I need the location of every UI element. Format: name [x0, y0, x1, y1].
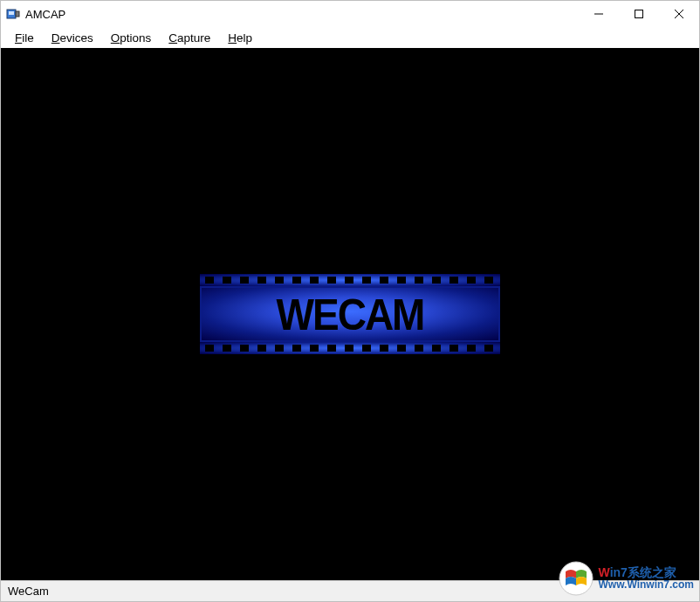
svg-rect-2: [16, 11, 19, 17]
svg-rect-42: [484, 345, 493, 352]
svg-rect-23: [467, 277, 476, 284]
svg-rect-34: [345, 345, 353, 352]
menubar: File Devices Options Capture Help: [1, 27, 699, 48]
svg-rect-8: [205, 277, 214, 284]
svg-rect-10: [240, 277, 249, 284]
svg-rect-18: [380, 277, 388, 284]
svg-rect-38: [415, 345, 423, 352]
svg-rect-30: [275, 345, 284, 352]
svg-rect-24: [484, 277, 493, 284]
svg-rect-36: [380, 345, 388, 352]
svg-rect-12: [275, 277, 284, 284]
menu-capture[interactable]: Capture: [160, 30, 219, 46]
app-window: AMCAP File Devices Options Capture Help: [0, 0, 700, 602]
video-preview: WECAM: [1, 48, 699, 580]
svg-rect-14: [310, 277, 319, 284]
window-title: AMCAP: [25, 8, 65, 21]
svg-rect-22: [450, 277, 458, 284]
svg-rect-21: [432, 277, 441, 284]
maximize-button[interactable]: [619, 1, 659, 27]
svg-rect-4: [635, 10, 643, 18]
svg-rect-28: [240, 345, 249, 352]
app-icon: [6, 7, 20, 21]
close-button[interactable]: [659, 1, 699, 27]
svg-rect-35: [362, 345, 371, 352]
svg-rect-17: [362, 277, 371, 284]
svg-rect-29: [257, 345, 266, 352]
svg-rect-16: [345, 277, 353, 284]
svg-rect-11: [257, 277, 266, 284]
minimize-button[interactable]: [579, 1, 619, 27]
statusbar: WeCam: [1, 580, 699, 601]
titlebar: AMCAP: [1, 1, 699, 27]
status-text: WeCam: [8, 585, 49, 598]
svg-rect-27: [223, 345, 231, 352]
menu-devices[interactable]: Devices: [43, 30, 102, 46]
filmstrip-top-icon: [200, 274, 500, 286]
menu-file[interactable]: File: [6, 30, 43, 46]
svg-rect-39: [432, 345, 441, 352]
svg-rect-20: [415, 277, 423, 284]
svg-rect-15: [327, 277, 336, 284]
svg-rect-37: [397, 345, 406, 352]
menu-options[interactable]: Options: [102, 30, 161, 46]
svg-rect-31: [292, 345, 301, 352]
svg-rect-40: [450, 345, 458, 352]
svg-rect-32: [310, 345, 319, 352]
svg-rect-33: [327, 345, 336, 352]
svg-rect-9: [223, 277, 231, 284]
svg-rect-41: [467, 345, 476, 352]
filmstrip-bottom-icon: [200, 342, 500, 354]
menu-help[interactable]: Help: [219, 30, 261, 46]
svg-rect-26: [205, 345, 214, 352]
svg-rect-19: [397, 277, 406, 284]
svg-rect-1: [9, 11, 14, 15]
wecam-logo-text: WECAM: [277, 288, 424, 339]
svg-rect-13: [292, 277, 301, 284]
wecam-logo: WECAM: [193, 270, 507, 358]
